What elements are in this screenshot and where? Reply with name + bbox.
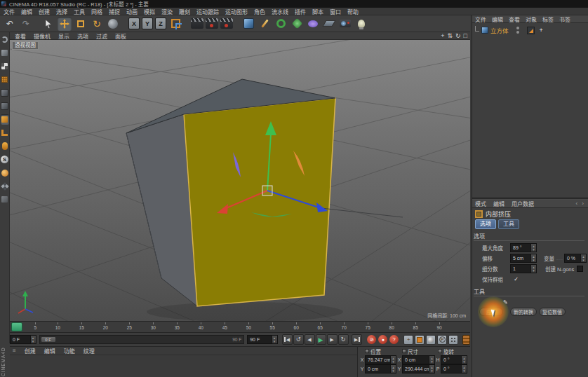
floor-icon[interactable] (322, 17, 336, 31)
history-nav-arrows[interactable]: ‹ › (575, 200, 585, 207)
main-menu-item[interactable]: 网格 (91, 8, 102, 15)
tab-options[interactable]: 选项 (475, 219, 496, 229)
cube-object-icon[interactable] (481, 27, 488, 34)
point-mode-icon[interactable] (1, 88, 9, 98)
rotate-tool-icon[interactable]: ↻ (90, 17, 104, 31)
timeline-playhead[interactable] (11, 322, 22, 331)
selection-cross-tag[interactable]: + (540, 27, 543, 34)
main-menu-item[interactable]: 渲染 (161, 8, 173, 15)
viewport-menu-item[interactable]: 查看 (15, 32, 26, 40)
subdivision-field[interactable]: 1 (510, 264, 537, 273)
next-key-button[interactable]: ↻ (338, 334, 349, 345)
size-value-field[interactable]: 0 cm (402, 355, 435, 364)
zoom-view-icon[interactable]: ⇅ (447, 32, 453, 39)
undo-icon[interactable]: ↶ (3, 17, 17, 31)
cube-front-face-selected[interactable] (184, 98, 335, 306)
viewport-label[interactable]: 透视视图 (12, 41, 39, 50)
size-value-field[interactable]: 290.444 cm (402, 364, 435, 373)
object-manager-menu-item[interactable]: 查看 (509, 15, 520, 23)
redo-icon[interactable]: ↷ (19, 17, 33, 31)
rotation-value-field[interactable]: 0 ° (441, 364, 467, 373)
make-editable-icon[interactable] (1, 34, 9, 45)
frame-range-slider[interactable]: 0 F 90 F (39, 335, 245, 344)
material-menu-item[interactable]: 编辑 (44, 347, 55, 355)
frame-slider-handle[interactable]: 0 F (41, 336, 56, 343)
timeline-ruler[interactable]: 051015202530354045505560657075808590 (10, 321, 470, 333)
viewport-canvas[interactable]: 透视视图 网格间距: 100 cm (10, 40, 470, 321)
camera-icon[interactable] (338, 17, 352, 31)
offset-field[interactable]: 5 cm (510, 254, 537, 263)
hierarchy-icon[interactable] (462, 335, 470, 345)
axis-lock-z-button[interactable]: Z (155, 18, 166, 29)
preserve-groups-checkbox[interactable]: ✓ (513, 276, 519, 282)
options-group-label[interactable]: 选项 (474, 232, 584, 241)
polygon-mode-icon[interactable] (1, 114, 9, 125)
workplane-icon[interactable] (1, 181, 9, 191)
key-rotation-toggle[interactable] (426, 335, 436, 345)
main-menu-item[interactable]: 工具 (74, 8, 85, 15)
attribute-menu-item[interactable]: 编辑 (493, 200, 505, 207)
main-menu-item[interactable]: 帮助 (347, 8, 359, 15)
material-menu-item[interactable]: 功能 (64, 347, 75, 355)
prev-key-button[interactable]: ↺ (293, 334, 304, 345)
object-manager-body[interactable]: 立方体 + (472, 25, 588, 198)
render-view-icon[interactable] (191, 18, 203, 29)
main-menu-item[interactable]: 角色 (254, 8, 265, 15)
main-menu-item[interactable]: 捕捉 (109, 8, 120, 15)
variance-field[interactable]: 0 % (564, 254, 587, 263)
rotate-view-icon[interactable]: ↻ (455, 32, 461, 39)
light-icon[interactable] (354, 17, 368, 31)
enable-axis-icon[interactable] (1, 128, 9, 138)
ngons-checkbox[interactable] (577, 266, 583, 272)
material-menu-item[interactable]: 创建 (25, 347, 36, 355)
lock-workplane-icon[interactable] (1, 194, 9, 205)
deformer-icon[interactable] (290, 17, 304, 31)
render-picture-viewer-icon[interactable] (206, 18, 218, 29)
goto-end-button[interactable]: ▶ (352, 334, 362, 345)
gizmo-center-handle[interactable] (262, 186, 272, 196)
main-menu-item[interactable]: 运动图形 (225, 8, 248, 15)
attribute-menu-item[interactable]: 模式 (475, 200, 486, 207)
last-tool-icon[interactable] (106, 17, 120, 31)
object-row-cube[interactable]: 立方体 + (472, 25, 588, 35)
frame-end-field[interactable]: 90 F (247, 335, 277, 344)
toggle-view-icon[interactable]: □ (464, 32, 467, 39)
object-manager-menu-item[interactable]: 标签 (542, 15, 554, 23)
attribute-menu-item[interactable]: 用户数据 (512, 200, 534, 207)
primitive-cube-icon[interactable] (241, 17, 255, 31)
polygon-selection-tag[interactable] (527, 27, 535, 34)
scale-tool-icon[interactable] (74, 17, 88, 31)
viewport-solo-icon[interactable] (1, 141, 9, 151)
viewport-menu-item[interactable]: 过滤 (96, 32, 107, 40)
object-name[interactable]: 立方体 (490, 26, 509, 34)
live-selection-icon[interactable] (41, 17, 55, 31)
object-manager-menu-item[interactable]: 对象 (526, 15, 537, 23)
material-menu-item[interactable]: 纹理 (83, 347, 95, 355)
play-button[interactable]: ▶ (316, 334, 326, 345)
viewport-menu-item[interactable]: 选项 (77, 32, 88, 40)
goto-start-button[interactable]: ◀ (282, 334, 293, 345)
material-burger-icon[interactable]: ≡ (13, 348, 16, 354)
max-angle-field[interactable]: 89 ° (510, 243, 537, 252)
axis-lock-y-button[interactable]: Y (142, 18, 153, 29)
main-menu-item[interactable]: 编辑 (21, 8, 32, 15)
render-settings-icon[interactable] (220, 18, 233, 29)
frame-start-field[interactable]: 0 F (10, 335, 36, 344)
enable-snap-icon[interactable] (1, 167, 9, 178)
position-value-field[interactable]: 76.247 cm (365, 355, 396, 364)
main-menu-item[interactable]: 动画 (126, 8, 138, 15)
main-menu-item[interactable]: 插件 (295, 8, 306, 15)
object-manager-menu-item[interactable]: 文件 (475, 15, 486, 23)
key-position-toggle[interactable]: + (403, 335, 413, 345)
main-menu-item[interactable]: 雕刻 (179, 8, 190, 15)
main-menu-item[interactable]: 创建 (39, 8, 50, 15)
key-pla-toggle[interactable] (448, 335, 458, 345)
main-menu-item[interactable]: 模拟 (144, 8, 155, 15)
tab-tool[interactable]: 工具 (498, 219, 519, 229)
prev-frame-button[interactable]: ◀ (305, 334, 315, 345)
visibility-dots[interactable] (516, 27, 519, 34)
snap-settings-icon[interactable]: S (1, 154, 9, 165)
model-mode-icon[interactable] (1, 48, 9, 58)
environment-icon[interactable] (306, 17, 320, 31)
main-menu-item[interactable]: 脚本 (312, 8, 323, 15)
